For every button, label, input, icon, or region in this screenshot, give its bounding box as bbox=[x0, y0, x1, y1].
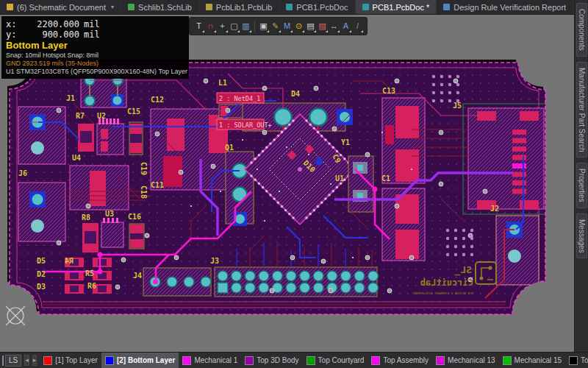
layer-color-swatch bbox=[503, 356, 512, 365]
svg-text:D2: D2 bbox=[37, 270, 46, 278]
pcbdoc-icon bbox=[286, 4, 293, 10]
layer-tab-top-assembly[interactable]: Top Assembly bbox=[368, 353, 432, 368]
doc-tab-2[interactable]: PcbLib1.PcbLib bbox=[199, 0, 279, 14]
svg-text:C15: C15 bbox=[127, 107, 140, 116]
svg-text:U3: U3 bbox=[105, 210, 114, 218]
doc-tab-label: Design Rule Verification Report bbox=[453, 3, 566, 12]
string-icon[interactable]: A bbox=[340, 19, 351, 33]
svg-text:C1: C1 bbox=[381, 174, 390, 183]
layer-tab-label: Top 3D Body bbox=[257, 356, 298, 364]
dropdown-arrow-icon bbox=[349, 30, 351, 32]
line-icon[interactable]: / bbox=[352, 19, 363, 33]
board-insight-icon[interactable]: ▥ bbox=[240, 19, 251, 33]
dropdown-arrow-icon bbox=[314, 30, 316, 32]
doc-tab-3[interactable]: PCB1.PcbDoc bbox=[279, 0, 355, 14]
toolbar-separator bbox=[254, 21, 255, 32]
component-U2 bbox=[97, 118, 123, 155]
svg-text:R8: R8 bbox=[82, 213, 90, 222]
doc-tab-0[interactable]: (6) Schematic Document▾ bbox=[0, 0, 121, 14]
svg-text:J2: J2 bbox=[490, 205, 499, 213]
svg-text:R5: R5 bbox=[85, 269, 94, 277]
hud-net-info: GND 2923.519 mils (35-Nodes) bbox=[6, 60, 184, 68]
layer-tab-mechanical-15[interactable]: Mechanical 15 bbox=[499, 353, 565, 368]
route-icon[interactable]: ✎ bbox=[270, 19, 281, 33]
folder-icon bbox=[7, 4, 13, 10]
place-pin-icon[interactable]: ⊙ bbox=[293, 19, 304, 33]
layer-sets-button[interactable]: LS bbox=[5, 355, 21, 367]
layer-tab-top-courtyard[interactable]: Top Courtyard bbox=[303, 353, 368, 368]
layer-tab-label: [1] Top Layer bbox=[55, 356, 98, 364]
layer-color-swatch bbox=[371, 356, 380, 365]
svg-text:D5: D5 bbox=[37, 257, 46, 265]
filter-icon[interactable]: T bbox=[193, 19, 204, 33]
svg-text:J6: J6 bbox=[18, 169, 27, 177]
component-Q1 bbox=[226, 152, 254, 226]
snap-magnet-icon[interactable]: ∩ bbox=[205, 19, 216, 33]
layer-color-swatch bbox=[436, 356, 445, 365]
layer-tab-label: [2] Bottom Layer bbox=[117, 356, 175, 364]
svg-text:R7: R7 bbox=[76, 112, 85, 120]
layer-tab--1-top-layer[interactable]: [1] Top Layer bbox=[40, 353, 101, 368]
component-J4 bbox=[143, 268, 211, 296]
svg-text:C18: C18 bbox=[140, 185, 148, 199]
report-icon bbox=[443, 4, 450, 10]
chevron-down-icon: ▾ bbox=[111, 4, 114, 10]
doc-tab-label: PcbLib1.PcbLib bbox=[216, 3, 272, 12]
dropdown-arrow-icon bbox=[226, 30, 228, 32]
panel-tab-properties[interactable]: Properties bbox=[576, 163, 587, 208]
component-C16 bbox=[129, 224, 144, 249]
scroll-layers-left-icon[interactable]: ◂ bbox=[24, 355, 29, 366]
pcb-canvas[interactable]: SL_ CircuitLab PCB DESIGN & FIRMWARE DEV… bbox=[0, 15, 574, 352]
dropdown-arrow-icon bbox=[267, 30, 269, 32]
layer-tab--2-bottom-layer[interactable]: [2] Bottom Layer bbox=[101, 353, 179, 368]
hud-active-layer: Bottom Layer bbox=[6, 40, 184, 52]
layer-tab-mechanical-13[interactable]: Mechanical 13 bbox=[432, 353, 498, 368]
layer-color-swatch bbox=[306, 356, 315, 365]
component-J6 bbox=[18, 183, 65, 241]
heads-up-display: x:2200.000mil y:900.000mil Bottom Layer … bbox=[1, 16, 189, 79]
schlib-icon bbox=[128, 4, 135, 10]
svg-text:U1: U1 bbox=[335, 174, 344, 183]
dropdown-arrow-icon bbox=[326, 30, 328, 32]
layer-tab-top-3d-body[interactable]: Top 3D Body bbox=[241, 353, 302, 368]
doc-tab-label: Schlib1.SchLib bbox=[138, 3, 192, 12]
dimension-icon[interactable]: ↔ bbox=[329, 19, 340, 33]
keepout-icon[interactable]: ▨ bbox=[317, 19, 328, 33]
svg-text:C11: C11 bbox=[151, 181, 164, 189]
doc-tab-5[interactable]: Design Rule Verification Report bbox=[437, 0, 573, 14]
svg-text:L1: L1 bbox=[218, 79, 227, 87]
layer-tab-top-component-center[interactable]: Top Component Center bbox=[565, 353, 588, 368]
scroll-layers-right-icon[interactable]: ▸ bbox=[32, 355, 37, 366]
hud-y-row: y:900.000mil bbox=[6, 29, 184, 40]
measure-icon[interactable]: M bbox=[282, 19, 293, 33]
panel-tab-components[interactable]: Components bbox=[576, 3, 587, 57]
doc-tab-label: PCB1.PcbDoc * bbox=[373, 3, 430, 12]
svg-text:C16: C16 bbox=[128, 213, 141, 221]
svg-text:CircuitLab: CircuitLab bbox=[420, 277, 473, 288]
component-U4 bbox=[70, 166, 129, 210]
panel-tab-messages[interactable]: Messages bbox=[576, 213, 587, 259]
component-C13 bbox=[382, 98, 425, 183]
component-R7 bbox=[78, 124, 94, 152]
svg-text:R4: R4 bbox=[65, 257, 74, 265]
layer-tab-label: Mechanical 15 bbox=[514, 356, 562, 364]
panel-tab-manufacturer-part-search[interactable]: Manufacturer Part Search bbox=[576, 62, 587, 158]
component-J3 bbox=[215, 267, 379, 297]
pcbdoc-icon bbox=[362, 4, 369, 10]
select-area-icon[interactable]: ▢ bbox=[229, 19, 240, 33]
svg-text:C19: C19 bbox=[140, 162, 148, 175]
layer-tab-mechanical-1[interactable]: Mechanical 1 bbox=[179, 353, 241, 368]
doc-tab-1[interactable]: Schlib1.SchLib bbox=[121, 0, 199, 14]
doc-tab-label: PCB1.PcbDoc bbox=[296, 3, 348, 12]
layer-tabs: [1] Top Layer[2] Bottom LayerMechanical … bbox=[40, 353, 588, 368]
layer-stack-icon[interactable]: ▤ bbox=[305, 19, 316, 33]
svg-text:D3: D3 bbox=[37, 283, 46, 291]
doc-tab-4[interactable]: PCB1.PcbDoc * bbox=[356, 0, 437, 14]
component-R8 bbox=[82, 223, 98, 252]
svg-text:J1: J1 bbox=[66, 94, 75, 102]
layer-tab-label: Top Assembly bbox=[383, 356, 429, 364]
layer-color-swatch bbox=[182, 356, 191, 365]
jump-cross-icon[interactable]: + bbox=[217, 19, 228, 33]
pad-icon[interactable]: ▣ bbox=[258, 19, 269, 33]
component-J1 bbox=[18, 107, 65, 164]
